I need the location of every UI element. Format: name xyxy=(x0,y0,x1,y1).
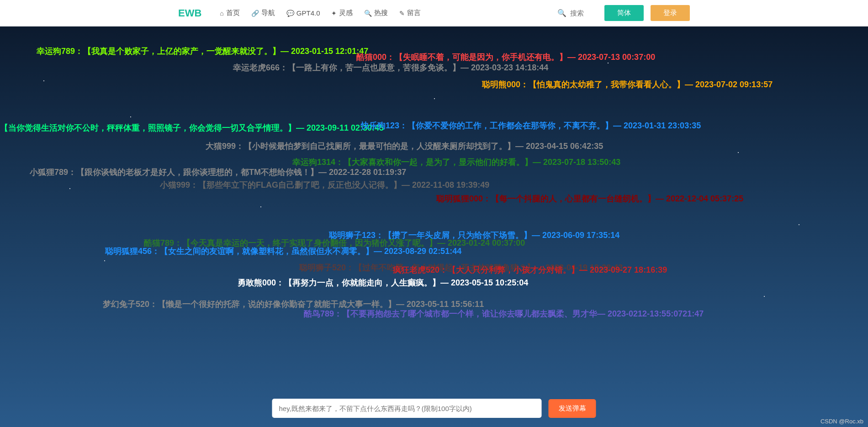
nav-label: 灵感 xyxy=(339,9,353,17)
chat-icon: 💬 xyxy=(286,10,294,17)
danmu-item: 幸运狗1314：【大家喜欢和你一起，是为了，显示他们的好看。】— 2023-07… xyxy=(292,157,620,168)
danmu-item: 聪明狐狸000：【每一个抖腿的人，心里都有一台缝纫机。】— 2022-12-04… xyxy=(436,193,743,204)
danmu-item: 小狐狸789：【跟你谈钱的老板才是好人，跟你谈理想的，都TM不想给你钱！】— 2… xyxy=(30,167,406,178)
danmu-item: 疯狂老虎520：【大人只分利弊，小孩才分对错。】— 2023-09-27 18:… xyxy=(393,264,667,275)
message-input[interactable] xyxy=(272,399,542,418)
edit-icon: ✎ xyxy=(399,10,405,17)
nav-hotsearch[interactable]: 🔍 热搜 xyxy=(364,9,388,17)
danmu-area: 幸运狗789：【我真是个败家子，上亿的家产，一觉醒来就没了。】— 2023-01… xyxy=(0,26,868,386)
danmu-item: 【当你觉得生活对你不公时，秤秤体重，照照镜子，你会觉得一切又合乎情理。】— 20… xyxy=(0,122,384,133)
nav-label: 留言 xyxy=(407,9,421,17)
search-icon: 🔍 xyxy=(364,10,372,17)
nav-label: GPT4.0 xyxy=(296,9,320,17)
home-icon: ⌂ xyxy=(220,10,223,17)
nav-inspiration[interactable]: ✦ 灵感 xyxy=(331,9,353,17)
danmu-item: 酷猫000：【失眠睡不着，可能是因为，你手机还有电。】— 2023-07-13 … xyxy=(356,52,655,63)
simplified-button[interactable]: 简体 xyxy=(604,5,644,21)
search-box[interactable]: 🔍 xyxy=(557,9,598,17)
danmu-item: 聪明狐狸456：【女生之间的友谊啊，就像塑料花，虽然假但永不凋零。】— 2023… xyxy=(105,246,461,257)
spark-icon: ✦ xyxy=(331,10,337,17)
search-input[interactable] xyxy=(570,9,598,17)
danmu-item: 小猫999：【那些年立下的FLAG自己删了吧，反正也没人记得。】— 2022-1… xyxy=(160,179,489,190)
nav-label: 首页 xyxy=(226,9,240,17)
send-button[interactable]: 发送弹幕 xyxy=(549,399,596,418)
link-icon: 🔗 xyxy=(251,10,259,17)
nav-gpt[interactable]: 💬 GPT4.0 xyxy=(286,9,320,17)
nav-home[interactable]: ⌂ 首页 xyxy=(220,9,239,17)
nav-message[interactable]: ✎ 留言 xyxy=(399,9,421,17)
watermark: CSDN @Roc.xb xyxy=(820,418,863,425)
header-bar: EWB ⌂ 首页 🔗 导航 💬 GPT4.0 ✦ 灵感 🔍 热搜 ✎ 留言 🔍 xyxy=(0,0,868,26)
main-nav: ⌂ 首页 🔗 导航 💬 GPT4.0 ✦ 灵感 🔍 热搜 ✎ 留言 xyxy=(220,9,421,17)
search-icon: 🔍 xyxy=(557,9,566,17)
logo[interactable]: EWB xyxy=(178,7,201,19)
danmu-item: 幸运狗789：【我真是个败家子，上亿的家产，一觉醒来就没了。】— 2023-01… xyxy=(37,46,368,57)
nav-navigation[interactable]: 🔗 导航 xyxy=(251,9,275,17)
danmu-item: 大猫999：【小时候最怕梦到自己找厕所，最最可怕的是，人没醒来厕所却找到了。】—… xyxy=(206,141,603,152)
danmu-item: 幸运老虎666：【一路上有你，苦一点也愿意，苦很多免谈。】— 2023-03-2… xyxy=(233,62,548,73)
footer-input-bar: 发送弹幕 xyxy=(272,399,596,418)
nav-label: 导航 xyxy=(261,9,275,17)
nav-label: 热搜 xyxy=(374,9,388,17)
danmu-item: 勇敢熊000：【再努力一点，你就能走向，人生癫疯。】— 2023-05-15 1… xyxy=(238,277,528,288)
header-right: 🔍 简体 登录 xyxy=(557,5,690,21)
danmu-item: 聪明熊000：【怕鬼真的太幼稚了，我带你看看人心。】— 2023-07-02 0… xyxy=(482,79,773,90)
danmu-item: 酷鸟789：【不要再抱怨去了哪个城市都一个样，谁让你去哪儿都去飘柔、男才华— 2… xyxy=(304,308,704,319)
danmu-item: 快乐狗123：【你爱不爱你的工作，工作都会在那等你，不离不弃。】— 2023-0… xyxy=(361,120,701,131)
login-button[interactable]: 登录 xyxy=(651,5,690,21)
